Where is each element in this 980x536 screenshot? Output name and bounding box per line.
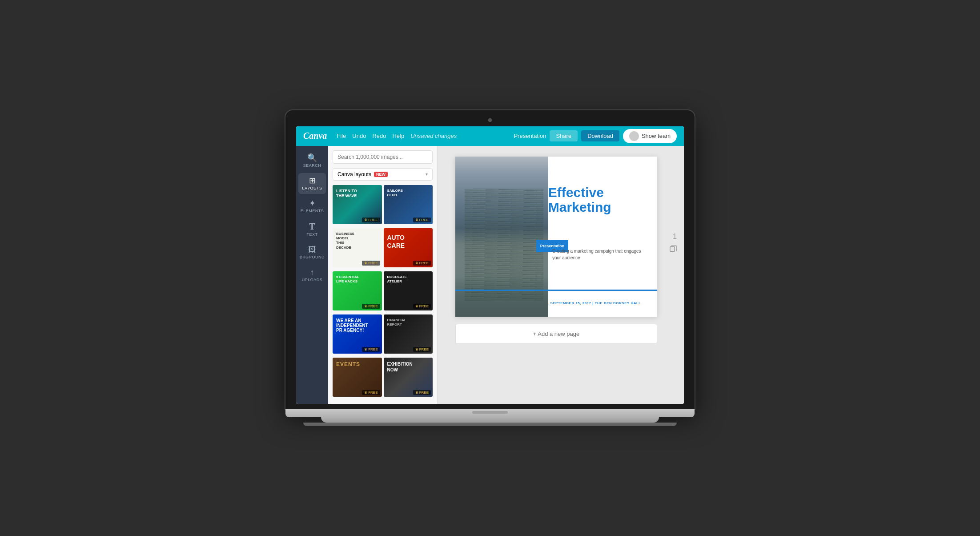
slide-title: Effective Marketing <box>548 185 649 214</box>
new-badge: NEW <box>374 172 388 177</box>
free-badge-2: ♛ FREE <box>413 218 431 222</box>
template-text-8: FINANCIALREPORT <box>387 318 406 327</box>
search-icon: 🔍 <box>307 154 317 162</box>
laptop-stand <box>321 417 659 423</box>
template-card-4[interactable]: AUTOCARE ♛ FREE <box>384 228 433 267</box>
nav-undo[interactable]: Undo <box>352 133 366 139</box>
free-badge-5: ♛ FREE <box>362 304 380 309</box>
layouts-dropdown-label: Canva layouts <box>337 171 371 177</box>
sidebar-label-text: TEXT <box>306 232 317 237</box>
template-card-3[interactable]: BusinessModelthisDecade ♛ FREE <box>333 228 382 267</box>
template-text-2: SAILORSCLUB <box>387 189 403 198</box>
template-card-10[interactable]: EXHIBITIONNOW ♛ FREE <box>384 358 433 397</box>
elements-icon: ✦ <box>309 199 316 207</box>
layouts-panel: Canva layouts NEW ▾ LISTEN TOTHE WAVE ♛ … <box>328 146 438 404</box>
laptop-bezel: Canva File Undo Redo Help Unsaved change… <box>285 110 695 409</box>
slide-right <box>548 157 657 317</box>
slide-image <box>455 157 548 317</box>
layouts-icon: ⊞ <box>309 177 316 185</box>
share-button[interactable]: Share <box>550 130 578 141</box>
sidebar: 🔍 SEARCH ⊞ LAYOUTS ✦ ELEMENTS T TEXT <box>296 146 328 404</box>
topnav: Canva File Undo Redo Help Unsaved change… <box>296 126 684 146</box>
sidebar-item-search[interactable]: 🔍 SEARCH <box>298 150 326 171</box>
sidebar-label-search: SEARCH <box>303 163 321 168</box>
free-badge-7: ♛ FREE <box>362 347 380 352</box>
slide-subtitle: Creating a marketing campaign that engag… <box>552 248 649 261</box>
sidebar-item-elements[interactable]: ✦ ELEMENTS <box>298 196 326 217</box>
sidebar-item-uploads[interactable]: ↑ UPLOADS <box>298 265 326 286</box>
free-badge-3: ♛ FREE <box>362 261 380 266</box>
template-text-10: EXHIBITIONNOW <box>387 361 413 373</box>
add-page-button[interactable]: + Add a new page <box>455 324 657 344</box>
nav-right: Presentation Share Download Show team <box>514 129 677 143</box>
template-card-5[interactable]: 5 EssentialLife Hacks ♛ FREE <box>333 271 382 310</box>
canva-logo: Canva <box>303 131 327 141</box>
free-badge-10: ♛ FREE <box>413 390 431 395</box>
sidebar-item-layouts[interactable]: ⊞ LAYOUTS <box>298 173 326 194</box>
camera-dot <box>488 118 492 122</box>
template-text-9: EVENTS <box>336 361 360 368</box>
template-text-7: WE ARE ANINDEPENDENTPR AGENCY! <box>336 318 368 333</box>
template-text-1: LISTEN TOTHE WAVE <box>336 189 357 199</box>
sidebar-label-layouts: LAYOUTS <box>302 186 322 190</box>
background-icon: 🖼 <box>308 246 316 254</box>
slide[interactable]: Effective Marketing Presentation Creatin… <box>455 157 657 317</box>
free-badge-8: ♛ FREE <box>413 347 431 352</box>
sidebar-item-background[interactable]: 🖼 BKGROUND <box>298 242 326 263</box>
chevron-down-icon: ▾ <box>426 172 428 177</box>
template-card-1[interactable]: LISTEN TOTHE WAVE ♛ FREE <box>333 185 382 224</box>
free-badge-6: ♛ FREE <box>413 304 431 309</box>
layouts-search-container <box>328 146 437 168</box>
main-body: 🔍 SEARCH ⊞ LAYOUTS ✦ ELEMENTS T TEXT <box>296 146 684 404</box>
nav-help[interactable]: Help <box>392 133 404 139</box>
laptop-base <box>285 409 695 417</box>
template-text-6: NOCOLATEATELIER <box>387 275 407 284</box>
templates-grid: LISTEN TOTHE WAVE ♛ FREE SAILORSCLUB ♛ F… <box>328 185 437 404</box>
screen: Canva File Undo Redo Help Unsaved change… <box>296 126 684 404</box>
template-text-4: AUTOCARE <box>387 234 405 250</box>
download-button[interactable]: Download <box>581 130 619 141</box>
text-icon: T <box>309 222 315 231</box>
slide-bottom-bar <box>455 290 657 291</box>
free-badge-1: ♛ FREE <box>362 218 380 222</box>
template-text-3: BusinessModelthisDecade <box>336 232 354 250</box>
canvas-area: Effective Marketing Presentation Creatin… <box>438 146 684 404</box>
slide-date: SEPTEMBER 15, 2017 | THE BEN DORSEY HALL <box>550 301 641 305</box>
layouts-dropdown-left: Canva layouts NEW <box>337 171 388 177</box>
nav-redo[interactable]: Redo <box>372 133 386 139</box>
template-card-8[interactable]: FINANCIALREPORT ♛ FREE <box>384 314 433 354</box>
template-card-6[interactable]: NOCOLATEATELIER ♛ FREE <box>384 271 433 310</box>
sidebar-label-elements: ELEMENTS <box>301 209 324 213</box>
sidebar-item-text[interactable]: T TEXT <box>298 218 326 240</box>
show-team-label: Show team <box>642 133 671 139</box>
laptop-foot <box>303 423 677 426</box>
nav-file[interactable]: File <box>337 133 346 139</box>
free-badge-9: ♛ FREE <box>362 390 380 395</box>
slide-container: Effective Marketing Presentation Creatin… <box>455 157 657 317</box>
search-input[interactable] <box>333 150 433 164</box>
sidebar-label-uploads: UPLOADS <box>302 278 323 282</box>
free-badge-4: ♛ FREE <box>413 261 431 266</box>
template-card-7[interactable]: WE ARE ANINDEPENDENTPR AGENCY! ♛ FREE <box>333 314 382 354</box>
layouts-dropdown[interactable]: Canva layouts NEW ▾ <box>333 168 433 181</box>
copy-slide-button[interactable] <box>670 245 677 253</box>
laptop-outer: Canva File Undo Redo Help Unsaved change… <box>285 110 695 426</box>
slide-number: 1 <box>673 233 677 241</box>
uploads-icon: ↑ <box>310 268 314 276</box>
nav-presentation-label: Presentation <box>514 133 546 139</box>
template-text-5: 5 EssentialLife Hacks <box>336 275 359 284</box>
svg-rect-0 <box>670 246 675 251</box>
sidebar-label-background: BKGROUND <box>300 255 325 259</box>
avatar <box>629 131 639 141</box>
nav-unsaved-changes: Unsaved changes <box>410 133 457 139</box>
template-card-2[interactable]: SAILORSCLUB ♛ FREE <box>384 185 433 224</box>
template-card-9[interactable]: EVENTS ♛ FREE <box>333 358 382 397</box>
show-team-button[interactable]: Show team <box>623 129 677 143</box>
